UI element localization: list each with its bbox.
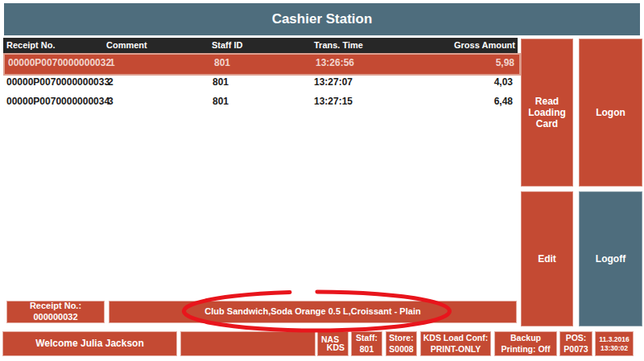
cell-comment: 3 bbox=[108, 92, 114, 111]
store-label: Store: bbox=[389, 333, 413, 343]
table-row[interactable]: 00000P0070000000033 2 801 13:27:07 4,03 bbox=[3, 72, 518, 92]
cell-comment: 2 bbox=[108, 72, 114, 92]
statusbar-datetime: 11.3.2016 13:30:02 bbox=[595, 331, 634, 356]
cell-receipt-no: 00000P0070000000034 bbox=[6, 92, 109, 111]
cell-receipt-no: 00000P0070000000033 bbox=[6, 72, 109, 92]
store-value: S0008 bbox=[389, 344, 413, 355]
statusbar-staff: Staff: 801 bbox=[351, 331, 382, 356]
statusbar-kds-load-conf: KDS Load Conf: PRINT-ONLY bbox=[420, 331, 491, 356]
backup-label: Backup bbox=[510, 333, 541, 343]
kds-conf-value: PRINT-ONLY bbox=[431, 344, 481, 355]
statusbar-store: Store: S0008 bbox=[386, 331, 417, 356]
col-header-trans-time: Trans. Time bbox=[314, 38, 363, 53]
logoff-button[interactable]: Logoff bbox=[579, 191, 642, 326]
welcome-banner: Welcome Julia Jackson bbox=[2, 331, 177, 356]
staff-value: 801 bbox=[360, 344, 374, 355]
receipt-no-value: 000000032 bbox=[33, 312, 77, 323]
col-header-staff-id: Staff ID bbox=[212, 38, 243, 53]
pos-value: P0073 bbox=[564, 344, 588, 355]
statusbar-nas-kds: NAS KDS bbox=[317, 331, 349, 356]
cell-trans-time: 13:27:07 bbox=[314, 72, 353, 92]
receipt-table: Receipt No. Comment Staff ID Trans. Time… bbox=[3, 38, 518, 315]
page-title: Cashier Station bbox=[272, 11, 373, 27]
kds-conf-label: KDS Load Conf: bbox=[423, 333, 489, 343]
cell-gross-amount: 5,98 bbox=[496, 55, 514, 71]
table-row[interactable]: 00000P0070000000034 3 801 13:27:15 6,48 bbox=[3, 92, 518, 111]
statusbar-empty-box bbox=[180, 331, 316, 356]
statusbar-backup-printing: Backup Printing: Off bbox=[494, 331, 557, 356]
receipt-no-label: Receipt No.: bbox=[30, 301, 81, 312]
table-header: Receipt No. Comment Staff ID Trans. Time… bbox=[3, 38, 518, 53]
kds-label: KDS bbox=[327, 343, 345, 353]
read-loading-card-button[interactable]: Read Loading Card bbox=[521, 39, 573, 187]
backup-value: Printing: Off bbox=[501, 344, 550, 355]
staff-label: Staff: bbox=[356, 333, 378, 343]
current-receipt-panel: Receipt No.: 000000032 bbox=[6, 301, 105, 323]
logon-button[interactable]: Logon bbox=[579, 39, 642, 187]
welcome-text: Welcome Julia Jackson bbox=[35, 338, 144, 350]
cell-staff-id: 801 bbox=[213, 92, 229, 111]
cell-staff-id: 801 bbox=[213, 72, 229, 92]
time-value: 13:30:02 bbox=[601, 344, 628, 353]
title-bar: Cashier Station bbox=[4, 3, 640, 35]
cell-receipt-no: 00000P0070000000032 bbox=[8, 55, 111, 71]
receipt-items-text: Club Sandwich,Soda Orange 0.5 L,Croissan… bbox=[204, 306, 420, 318]
date-value: 11.3.2016 bbox=[599, 335, 629, 344]
statusbar-pos: POS: P0073 bbox=[559, 331, 592, 356]
receipt-items-bar: Club Sandwich,Soda Orange 0.5 L,Croissan… bbox=[109, 301, 517, 323]
edit-button[interactable]: Edit bbox=[521, 191, 573, 326]
cell-trans-time: 13:27:15 bbox=[314, 92, 353, 111]
cell-gross-amount: 4,03 bbox=[494, 72, 513, 92]
cell-staff-id: 801 bbox=[214, 55, 230, 71]
col-header-comment: Comment bbox=[106, 38, 147, 53]
pos-label: POS: bbox=[566, 333, 587, 343]
cell-gross-amount: 6,48 bbox=[494, 92, 513, 111]
cell-comment: 1 bbox=[109, 55, 115, 71]
col-header-receipt-no: Receipt No. bbox=[6, 38, 56, 53]
col-header-gross-amount: Gross Amount bbox=[454, 38, 515, 53]
cell-trans-time: 13:26:56 bbox=[316, 55, 354, 71]
